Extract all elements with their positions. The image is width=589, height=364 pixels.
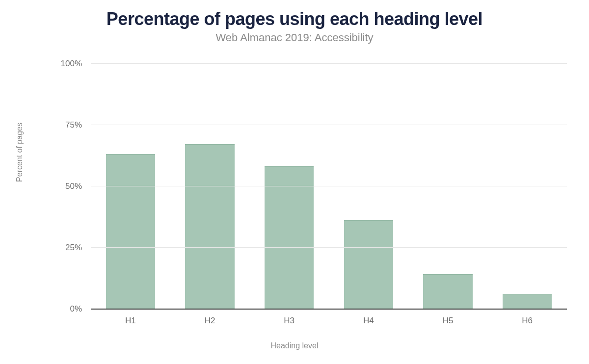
- bars-group: [91, 64, 567, 309]
- y-axis-title: Percent of pages: [15, 123, 24, 182]
- chart-title: Percentage of pages using each heading l…: [0, 9, 589, 29]
- x-axis-title: Heading level: [0, 341, 589, 350]
- grid-line: [91, 63, 567, 64]
- grid-line: [91, 247, 567, 248]
- bar: [503, 294, 552, 309]
- chart-container: Percentage of pages using each heading l…: [0, 0, 589, 364]
- y-tick-label: 25%: [65, 243, 82, 253]
- x-tick-label: H3: [284, 316, 294, 326]
- grid-line: [91, 186, 567, 186]
- grid-line: [91, 125, 567, 125]
- bar: [344, 220, 393, 309]
- y-tick-label: 75%: [65, 120, 82, 130]
- bar: [106, 154, 155, 309]
- x-tick-label: H4: [363, 316, 374, 326]
- x-tick-label: H1: [125, 316, 136, 326]
- bar: [265, 166, 314, 309]
- x-tick-label: H6: [522, 316, 533, 326]
- bar: [423, 274, 472, 309]
- x-tick-label: H2: [205, 316, 215, 326]
- bar: [185, 144, 234, 309]
- plot-area: 0%25%50%75%100%H1H2H3H4H5H6: [91, 64, 567, 309]
- x-tick-label: H5: [443, 316, 454, 326]
- x-axis-baseline: [91, 309, 567, 310]
- chart-subtitle: Web Almanac 2019: Accessibility: [0, 31, 589, 44]
- y-tick-label: 0%: [70, 304, 82, 314]
- y-tick-label: 50%: [65, 182, 82, 191]
- y-tick-label: 100%: [61, 59, 82, 69]
